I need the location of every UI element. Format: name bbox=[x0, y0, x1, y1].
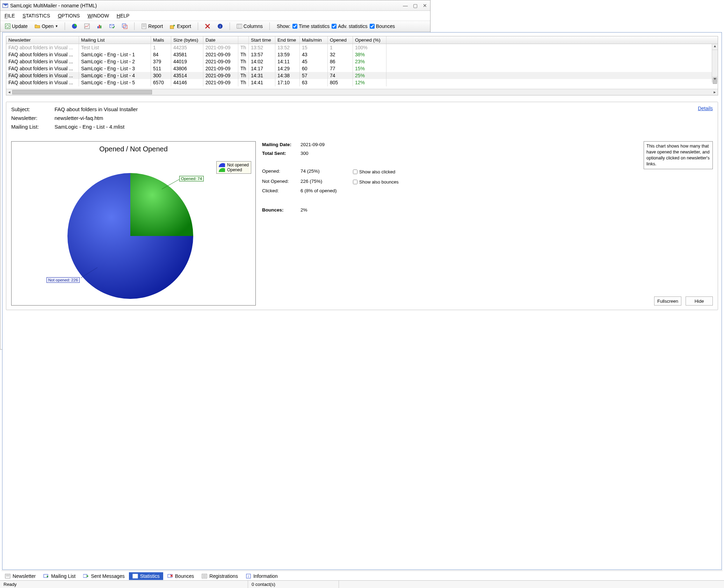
update-button[interactable]: Update bbox=[2, 22, 30, 30]
toolbar-separator bbox=[134, 22, 135, 30]
table-cell: 805 bbox=[328, 79, 353, 86]
grid-header-cell[interactable]: Newsletter bbox=[6, 36, 79, 44]
mailing-date-value: 2021-09-09 bbox=[301, 142, 332, 147]
table-cell: 32 bbox=[328, 51, 353, 58]
table-cell: 63 bbox=[300, 79, 328, 86]
cascade-windows-icon bbox=[122, 23, 128, 29]
scroll-left-icon[interactable]: ◄ bbox=[6, 90, 12, 94]
svg-rect-0 bbox=[5, 24, 10, 29]
table-cell: SamLogic - Eng - List - 5 bbox=[79, 79, 151, 86]
table-row[interactable]: FAQ about folders in Visual ...Test List… bbox=[6, 44, 430, 51]
grid-header-cell[interactable]: Mails bbox=[151, 36, 171, 44]
grid-header-cell[interactable]: Size (bytes) bbox=[171, 36, 203, 44]
table-cell: 23% bbox=[353, 58, 386, 65]
hscroll-thumb[interactable] bbox=[12, 90, 152, 94]
pie-chart-icon bbox=[72, 23, 77, 29]
close-icon[interactable]: ✕ bbox=[422, 3, 428, 8]
show-bounces-checkbox[interactable]: Show also bounces bbox=[353, 179, 430, 185]
toolbar-separator bbox=[198, 22, 198, 30]
menu-statistics[interactable]: STATISTICS bbox=[23, 13, 50, 19]
table-row[interactable]: FAQ about folders in Visual ...SamLogic … bbox=[6, 58, 430, 65]
table-cell: Th bbox=[238, 72, 249, 79]
open-label: Open bbox=[42, 23, 53, 29]
grid-header-cell[interactable]: Mailing List bbox=[79, 36, 151, 44]
table-cell: 86 bbox=[328, 58, 353, 65]
table-row[interactable]: FAQ about folders in Visual ...SamLogic … bbox=[6, 65, 430, 72]
minimize-icon[interactable]: — bbox=[402, 3, 408, 8]
table-cell: 43 bbox=[300, 51, 328, 58]
table-cell: Th bbox=[238, 44, 249, 51]
table-cell: 45 bbox=[300, 58, 328, 65]
envelope-check-icon bbox=[109, 23, 115, 29]
grid-header-cell[interactable]: End time bbox=[275, 36, 300, 44]
content-panel: NewsletterMailing ListMailsSize (bytes)D… bbox=[2, 32, 430, 350]
info-icon: i bbox=[217, 23, 223, 29]
svg-line-19 bbox=[162, 179, 179, 189]
newsletter-label: Newsletter: bbox=[11, 115, 55, 121]
table-cell: SamLogic - Eng - List - 4 bbox=[79, 72, 151, 79]
table-cell: 6570 bbox=[151, 79, 171, 86]
bounces-label: Bounces: bbox=[262, 207, 301, 213]
svg-rect-4 bbox=[99, 25, 100, 28]
time-statistics-checkbox[interactable]: Time statistics bbox=[292, 23, 330, 29]
delete-button[interactable] bbox=[202, 22, 213, 30]
menu-options[interactable]: OPTIONS bbox=[58, 13, 80, 19]
grid-horizontal-scrollbar[interactable]: ◄ ► bbox=[6, 89, 430, 95]
grid-header-cell[interactable]: Mails/min bbox=[300, 36, 328, 44]
envelope-check-icon-button[interactable] bbox=[107, 22, 117, 30]
table-row[interactable]: FAQ about folders in Visual ...SamLogic … bbox=[6, 79, 430, 86]
table-cell: 60 bbox=[300, 65, 328, 72]
windows-icon-button[interactable] bbox=[120, 22, 130, 30]
maximize-icon[interactable]: ▢ bbox=[412, 3, 418, 8]
table-cell: 13:52 bbox=[275, 44, 300, 51]
table-cell: 43581 bbox=[171, 51, 203, 58]
table-cell: 44019 bbox=[171, 58, 203, 65]
table-cell: SamLogic - Eng - List - 2 bbox=[79, 58, 151, 65]
grid-body[interactable]: FAQ about folders in Visual ...Test List… bbox=[6, 44, 430, 89]
toolbar-separator bbox=[230, 22, 230, 30]
window-title: SamLogic MultiMailer - noname (HTML) bbox=[10, 3, 97, 8]
table-cell: 12% bbox=[353, 79, 386, 86]
show-clicked-checkbox[interactable]: Show also clicked bbox=[353, 169, 430, 174]
window-controls: — ▢ ✕ bbox=[402, 3, 428, 8]
table-cell: 1 bbox=[151, 44, 171, 51]
grid-header-cell[interactable]: Date bbox=[203, 36, 238, 44]
menu-help[interactable]: HELP bbox=[117, 13, 130, 19]
callout-line-icon bbox=[81, 267, 98, 278]
table-cell: 13:59 bbox=[275, 51, 300, 58]
table-cell: FAQ about folders in Visual ... bbox=[6, 58, 79, 65]
legend-notopened: Not opened bbox=[227, 163, 249, 167]
grid-header-cell[interactable]: Start time bbox=[249, 36, 275, 44]
table-cell: Th bbox=[238, 79, 249, 86]
info-button[interactable]: i bbox=[215, 22, 225, 30]
report-button[interactable]: Report bbox=[139, 22, 165, 30]
line-chart-icon-button[interactable] bbox=[82, 22, 92, 30]
menu-file[interactable]: FILE bbox=[5, 13, 15, 19]
table-cell: 74 bbox=[328, 72, 353, 79]
newsletter-value: newsletter-vi-faq.htm bbox=[55, 115, 103, 121]
menu-window[interactable]: WINDOW bbox=[87, 13, 109, 19]
pie-chart-panel: Opened / Not Opened Not opened Opened Op… bbox=[11, 141, 256, 306]
grid-header-cell[interactable]: Opened bbox=[328, 36, 353, 44]
table-cell: 57 bbox=[300, 72, 328, 79]
open-button[interactable]: Open ▼ bbox=[32, 22, 60, 30]
callout-line-icon bbox=[162, 179, 180, 190]
table-cell: 14:11 bbox=[275, 58, 300, 65]
table-row[interactable]: FAQ about folders in Visual ...SamLogic … bbox=[6, 72, 430, 79]
table-cell: 13:52 bbox=[249, 44, 275, 51]
table-cell: 2021-09-09 bbox=[203, 51, 238, 58]
adv-statistics-checkbox[interactable]: Adv. statistics bbox=[332, 23, 368, 29]
export-button[interactable]: Export bbox=[167, 22, 193, 30]
table-cell: 84 bbox=[151, 51, 171, 58]
bounces-checkbox[interactable]: Bounces bbox=[370, 23, 395, 29]
bar-chart-icon-button[interactable] bbox=[94, 22, 105, 30]
pie-chart-icon-button[interactable] bbox=[69, 22, 80, 30]
table-cell: 43806 bbox=[171, 65, 203, 72]
grid-header-cell[interactable] bbox=[238, 36, 249, 44]
grid-header-cell[interactable]: Opened (%) bbox=[353, 36, 386, 44]
titlebar: SamLogic MultiMailer - noname (HTML) — ▢… bbox=[0, 0, 430, 11]
opened-label: Opened: bbox=[262, 168, 301, 174]
table-row[interactable]: FAQ about folders in Visual ...SamLogic … bbox=[6, 51, 430, 58]
clicked-label: Clicked: bbox=[262, 188, 301, 193]
columns-button[interactable]: Columns bbox=[234, 22, 265, 30]
